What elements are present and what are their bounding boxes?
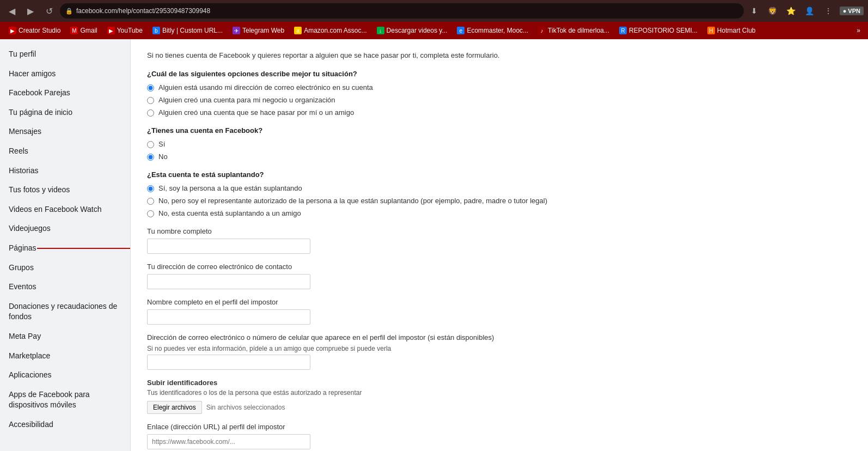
sidebar-item-6[interactable]: Historias	[0, 161, 130, 181]
q3-option-0[interactable]: Sí, soy la persona a la que están suplan…	[147, 184, 852, 192]
question3-label: ¿Esta cuenta te está suplantando?	[147, 170, 852, 179]
url-label: Enlace (dirección URL) al perfil del imp…	[147, 423, 852, 431]
bookmark-1[interactable]: MGmail	[66, 25, 101, 36]
sidebar-item-13[interactable]: Donaciones y recaudaciones de fondos	[0, 297, 130, 327]
sidebar-item-14[interactable]: Meta Pay	[0, 327, 130, 346]
sidebar-item-label-2: Facebook Parejas	[9, 88, 70, 97]
bookmark-favicon-6: ↓	[377, 27, 384, 34]
url-input[interactable]	[147, 434, 310, 449]
bookmark-10[interactable]: HHotmart Club	[703, 25, 760, 36]
sidebar-item-9[interactable]: Videojuegos	[0, 219, 130, 239]
bookmark-6[interactable]: ↓Descargar videos y...	[372, 25, 452, 36]
sidebar-item-18[interactable]: Accesibilidad	[0, 415, 130, 435]
full-name-input[interactable]	[147, 239, 310, 254]
bookmark-favicon-5: a	[294, 27, 302, 34]
q3-radio-2[interactable]	[147, 210, 154, 217]
sidebar-item-label-8: Videos en Facebook Watch	[9, 205, 101, 214]
bookmark-8[interactable]: ♪TikTok de dilmerloa...	[534, 25, 614, 36]
bookmark-label-10: Hotmart Club	[717, 27, 756, 34]
email-input[interactable]	[147, 274, 310, 289]
sidebar-item-4[interactable]: Mensajes	[0, 122, 130, 142]
back-button[interactable]: ◀	[4, 3, 20, 19]
bookmark-9[interactable]: RREPOSITORIO SEMI...	[615, 25, 702, 36]
q1-radio-1[interactable]	[147, 97, 154, 104]
sidebar-item-12[interactable]: Eventos	[0, 277, 130, 297]
bookmark-0[interactable]: ▶Creator Studio	[4, 25, 65, 36]
profile-icon[interactable]: 👤	[803, 4, 817, 18]
sidebar: Tu perfilHacer amigosFacebook ParejasTu …	[0, 39, 131, 451]
impostor-name-input[interactable]	[147, 309, 310, 325]
sidebar-item-15[interactable]: Marketplace	[0, 346, 130, 366]
sidebar-item-label-17: Apps de Facebook para dispositivos móvil…	[9, 390, 90, 410]
sidebar-item-label-4: Mensajes	[9, 127, 41, 136]
sidebar-item-label-0: Tu perfil	[9, 50, 36, 58]
sidebar-item-10[interactable]: Páginas	[0, 239, 130, 258]
sidebar-item-16[interactable]: Aplicaciones	[0, 365, 130, 385]
sidebar-item-label-1: Hacer amigos	[9, 69, 56, 78]
menu-icon[interactable]: ⋮	[821, 4, 835, 18]
q3-label-1: No, pero soy el representante autorizado…	[158, 197, 547, 205]
q3-option-2[interactable]: No, esta cuenta está suplantando a un am…	[147, 209, 852, 217]
bookmark-label-9: REPOSITORIO SEMI...	[629, 27, 698, 34]
bookmark-label-2: YouTube	[117, 27, 143, 34]
sidebar-item-11[interactable]: Grupos	[0, 258, 130, 278]
sidebar-item-8[interactable]: Videos en Facebook Watch	[0, 200, 130, 220]
sidebar-item-label-10: Páginas	[9, 243, 36, 254]
bookmark-label-5: Amazon.com Assoc...	[304, 27, 366, 34]
q2-radio-1[interactable]	[147, 154, 154, 161]
impostor-contact-input[interactable]	[147, 355, 310, 370]
page-content: Tu perfilHacer amigosFacebook ParejasTu …	[0, 39, 868, 451]
bookmark-7[interactable]: eEcommaster, Mooc...	[453, 25, 533, 36]
sidebar-item-label-11: Grupos	[9, 263, 34, 272]
q2-option-0[interactable]: Sí	[147, 140, 852, 148]
sidebar-item-3[interactable]: Tu página de inicio	[0, 103, 130, 123]
choose-file-button[interactable]: Elegir archivos	[147, 401, 202, 414]
sidebar-item-label-13: Donaciones y recaudaciones de fondos	[9, 302, 117, 321]
bookmark-label-8: TikTok de dilmerloa...	[548, 27, 609, 34]
sidebar-item-7[interactable]: Tus fotos y videos	[0, 180, 130, 200]
reload-button[interactable]: ↺	[41, 3, 57, 19]
q1-option-2[interactable]: Alguien creó una cuenta que se hace pasa…	[147, 108, 852, 117]
main-content: Si no tienes cuenta de Facebook y quiere…	[131, 39, 868, 451]
bookmark-favicon-10: H	[707, 27, 715, 34]
forward-button[interactable]: ▶	[23, 3, 38, 19]
sidebar-item-2[interactable]: Facebook Parejas	[0, 83, 130, 103]
question1-group: ¿Cuál de las siguientes opciones describ…	[147, 70, 852, 117]
address-bar[interactable]: 🔒 facebook.com/help/contact/295309487309…	[60, 3, 744, 19]
bookmark-favicon-8: ♪	[538, 27, 546, 34]
field4-sublabel: Si no puedes ver esta información, pídel…	[147, 345, 852, 352]
q3-radio-0[interactable]	[147, 185, 154, 192]
url-section: Enlace (dirección URL) al perfil del imp…	[147, 423, 852, 449]
bookmark-5[interactable]: aAmazon.com Assoc...	[290, 25, 371, 36]
sidebar-item-17[interactable]: Apps de Facebook para dispositivos móvil…	[0, 385, 130, 415]
q3-label-2: No, esta cuenta está suplantando a un am…	[158, 209, 301, 217]
bookmark-favicon-4: ✈	[233, 27, 240, 34]
bookmark-2[interactable]: ▶YouTube	[103, 25, 147, 36]
q2-label-0: Sí	[158, 140, 165, 148]
upload-section: Subir identificadores Tus identificadore…	[147, 379, 852, 414]
q2-radio-0[interactable]	[147, 141, 154, 148]
q2-label-1: No	[158, 153, 168, 161]
q1-label-1: Alguien creó una cuenta para mi negocio …	[158, 96, 335, 104]
extensions-icon[interactable]: ⬇	[747, 4, 761, 18]
sidebar-item-0[interactable]: Tu perfil	[0, 45, 130, 64]
bookmark-icon[interactable]: ⭐	[784, 4, 798, 18]
q3-radio-1[interactable]	[147, 198, 154, 205]
q3-option-1[interactable]: No, pero soy el representante autorizado…	[147, 197, 852, 205]
q1-option-1[interactable]: Alguien creó una cuenta para mi negocio …	[147, 96, 852, 104]
q2-option-1[interactable]: No	[147, 153, 852, 161]
question1-label: ¿Cuál de las siguientes opciones describ…	[147, 70, 852, 78]
bookmarks-more-button[interactable]: »	[853, 27, 864, 34]
field2-label: Tu dirección de correo electrónico de co…	[147, 263, 852, 271]
sidebar-item-label-15: Marketplace	[9, 351, 50, 360]
bookmark-4[interactable]: ✈Telegram Web	[228, 25, 289, 36]
q1-option-0[interactable]: Alguien está usando mi dirección de corr…	[147, 83, 852, 92]
sidebar-item-5[interactable]: Reels	[0, 142, 130, 161]
vpn-badge[interactable]: ● VPN	[840, 7, 864, 15]
bookmark-3[interactable]: bBitly | Custom URL...	[148, 25, 227, 36]
q1-radio-0[interactable]	[147, 84, 154, 92]
q2-options: SíNo	[147, 140, 852, 161]
sidebar-item-1[interactable]: Hacer amigos	[0, 64, 130, 84]
brave-icon[interactable]: 🦁	[766, 4, 780, 18]
q1-radio-2[interactable]	[147, 109, 154, 117]
